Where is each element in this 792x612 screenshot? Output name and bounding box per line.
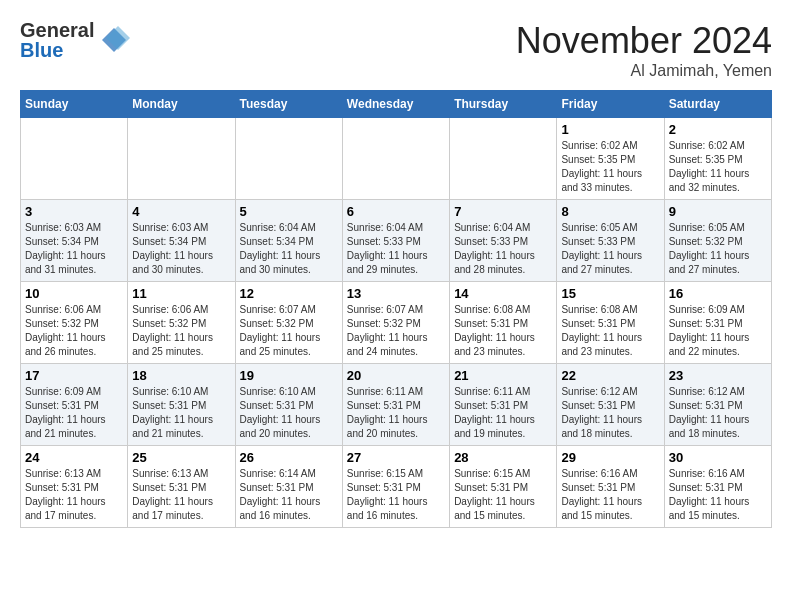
calendar-cell (21, 118, 128, 200)
calendar-header-row: SundayMondayTuesdayWednesdayThursdayFrid… (21, 91, 772, 118)
calendar-cell: 26Sunrise: 6:14 AMSunset: 5:31 PMDayligh… (235, 446, 342, 528)
month-title: November 2024 (516, 20, 772, 62)
day-info: Sunrise: 6:07 AMSunset: 5:32 PMDaylight:… (347, 303, 445, 359)
page-header: General Blue November 2024 Al Jamimah, Y… (20, 20, 772, 80)
calendar-cell: 13Sunrise: 6:07 AMSunset: 5:32 PMDayligh… (342, 282, 449, 364)
day-of-week-header: Sunday (21, 91, 128, 118)
day-info: Sunrise: 6:15 AMSunset: 5:31 PMDaylight:… (347, 467, 445, 523)
calendar-cell: 20Sunrise: 6:11 AMSunset: 5:31 PMDayligh… (342, 364, 449, 446)
day-number: 29 (561, 450, 659, 465)
calendar-cell: 27Sunrise: 6:15 AMSunset: 5:31 PMDayligh… (342, 446, 449, 528)
day-info: Sunrise: 6:12 AMSunset: 5:31 PMDaylight:… (669, 385, 767, 441)
day-of-week-header: Friday (557, 91, 664, 118)
calendar-cell: 25Sunrise: 6:13 AMSunset: 5:31 PMDayligh… (128, 446, 235, 528)
day-info: Sunrise: 6:06 AMSunset: 5:32 PMDaylight:… (25, 303, 123, 359)
calendar-cell: 12Sunrise: 6:07 AMSunset: 5:32 PMDayligh… (235, 282, 342, 364)
calendar-cell: 18Sunrise: 6:10 AMSunset: 5:31 PMDayligh… (128, 364, 235, 446)
calendar-cell: 5Sunrise: 6:04 AMSunset: 5:34 PMDaylight… (235, 200, 342, 282)
day-info: Sunrise: 6:14 AMSunset: 5:31 PMDaylight:… (240, 467, 338, 523)
calendar-cell: 7Sunrise: 6:04 AMSunset: 5:33 PMDaylight… (450, 200, 557, 282)
day-number: 22 (561, 368, 659, 383)
calendar-week-row: 3Sunrise: 6:03 AMSunset: 5:34 PMDaylight… (21, 200, 772, 282)
day-info: Sunrise: 6:12 AMSunset: 5:31 PMDaylight:… (561, 385, 659, 441)
calendar-cell: 8Sunrise: 6:05 AMSunset: 5:33 PMDaylight… (557, 200, 664, 282)
day-info: Sunrise: 6:13 AMSunset: 5:31 PMDaylight:… (132, 467, 230, 523)
day-number: 30 (669, 450, 767, 465)
calendar-week-row: 1Sunrise: 6:02 AMSunset: 5:35 PMDaylight… (21, 118, 772, 200)
day-info: Sunrise: 6:04 AMSunset: 5:33 PMDaylight:… (347, 221, 445, 277)
day-number: 15 (561, 286, 659, 301)
day-number: 5 (240, 204, 338, 219)
calendar-cell: 6Sunrise: 6:04 AMSunset: 5:33 PMDaylight… (342, 200, 449, 282)
day-info: Sunrise: 6:15 AMSunset: 5:31 PMDaylight:… (454, 467, 552, 523)
calendar-cell: 9Sunrise: 6:05 AMSunset: 5:32 PMDaylight… (664, 200, 771, 282)
day-number: 8 (561, 204, 659, 219)
calendar-cell (342, 118, 449, 200)
calendar-week-row: 24Sunrise: 6:13 AMSunset: 5:31 PMDayligh… (21, 446, 772, 528)
day-info: Sunrise: 6:16 AMSunset: 5:31 PMDaylight:… (669, 467, 767, 523)
day-number: 20 (347, 368, 445, 383)
calendar-cell: 16Sunrise: 6:09 AMSunset: 5:31 PMDayligh… (664, 282, 771, 364)
calendar-cell: 24Sunrise: 6:13 AMSunset: 5:31 PMDayligh… (21, 446, 128, 528)
day-number: 25 (132, 450, 230, 465)
day-number: 23 (669, 368, 767, 383)
location-title: Al Jamimah, Yemen (516, 62, 772, 80)
calendar-cell: 2Sunrise: 6:02 AMSunset: 5:35 PMDaylight… (664, 118, 771, 200)
day-info: Sunrise: 6:05 AMSunset: 5:32 PMDaylight:… (669, 221, 767, 277)
calendar-cell (450, 118, 557, 200)
day-number: 1 (561, 122, 659, 137)
logo-icon (98, 24, 130, 56)
day-number: 11 (132, 286, 230, 301)
day-number: 4 (132, 204, 230, 219)
day-number: 7 (454, 204, 552, 219)
day-info: Sunrise: 6:02 AMSunset: 5:35 PMDaylight:… (561, 139, 659, 195)
day-info: Sunrise: 6:09 AMSunset: 5:31 PMDaylight:… (25, 385, 123, 441)
calendar-week-row: 17Sunrise: 6:09 AMSunset: 5:31 PMDayligh… (21, 364, 772, 446)
logo-general: General (20, 20, 94, 40)
day-info: Sunrise: 6:11 AMSunset: 5:31 PMDaylight:… (454, 385, 552, 441)
day-number: 17 (25, 368, 123, 383)
day-info: Sunrise: 6:03 AMSunset: 5:34 PMDaylight:… (25, 221, 123, 277)
day-info: Sunrise: 6:05 AMSunset: 5:33 PMDaylight:… (561, 221, 659, 277)
day-number: 16 (669, 286, 767, 301)
day-info: Sunrise: 6:10 AMSunset: 5:31 PMDaylight:… (240, 385, 338, 441)
day-of-week-header: Tuesday (235, 91, 342, 118)
day-number: 18 (132, 368, 230, 383)
day-of-week-header: Monday (128, 91, 235, 118)
logo: General Blue (20, 20, 130, 60)
day-number: 3 (25, 204, 123, 219)
day-info: Sunrise: 6:04 AMSunset: 5:34 PMDaylight:… (240, 221, 338, 277)
calendar-cell: 4Sunrise: 6:03 AMSunset: 5:34 PMDaylight… (128, 200, 235, 282)
day-number: 6 (347, 204, 445, 219)
calendar-cell: 10Sunrise: 6:06 AMSunset: 5:32 PMDayligh… (21, 282, 128, 364)
day-info: Sunrise: 6:13 AMSunset: 5:31 PMDaylight:… (25, 467, 123, 523)
calendar-table: SundayMondayTuesdayWednesdayThursdayFrid… (20, 90, 772, 528)
day-number: 13 (347, 286, 445, 301)
day-number: 9 (669, 204, 767, 219)
day-number: 14 (454, 286, 552, 301)
day-number: 26 (240, 450, 338, 465)
calendar-cell: 28Sunrise: 6:15 AMSunset: 5:31 PMDayligh… (450, 446, 557, 528)
calendar-cell: 14Sunrise: 6:08 AMSunset: 5:31 PMDayligh… (450, 282, 557, 364)
calendar-cell (235, 118, 342, 200)
day-number: 21 (454, 368, 552, 383)
day-info: Sunrise: 6:08 AMSunset: 5:31 PMDaylight:… (561, 303, 659, 359)
calendar-cell: 29Sunrise: 6:16 AMSunset: 5:31 PMDayligh… (557, 446, 664, 528)
day-of-week-header: Saturday (664, 91, 771, 118)
calendar-cell: 21Sunrise: 6:11 AMSunset: 5:31 PMDayligh… (450, 364, 557, 446)
calendar-cell (128, 118, 235, 200)
day-info: Sunrise: 6:07 AMSunset: 5:32 PMDaylight:… (240, 303, 338, 359)
calendar-cell: 11Sunrise: 6:06 AMSunset: 5:32 PMDayligh… (128, 282, 235, 364)
day-info: Sunrise: 6:06 AMSunset: 5:32 PMDaylight:… (132, 303, 230, 359)
day-info: Sunrise: 6:03 AMSunset: 5:34 PMDaylight:… (132, 221, 230, 277)
day-number: 24 (25, 450, 123, 465)
calendar-cell: 17Sunrise: 6:09 AMSunset: 5:31 PMDayligh… (21, 364, 128, 446)
day-number: 10 (25, 286, 123, 301)
day-number: 28 (454, 450, 552, 465)
calendar-cell: 22Sunrise: 6:12 AMSunset: 5:31 PMDayligh… (557, 364, 664, 446)
day-number: 12 (240, 286, 338, 301)
day-info: Sunrise: 6:08 AMSunset: 5:31 PMDaylight:… (454, 303, 552, 359)
calendar-cell: 23Sunrise: 6:12 AMSunset: 5:31 PMDayligh… (664, 364, 771, 446)
calendar-week-row: 10Sunrise: 6:06 AMSunset: 5:32 PMDayligh… (21, 282, 772, 364)
day-info: Sunrise: 6:16 AMSunset: 5:31 PMDaylight:… (561, 467, 659, 523)
